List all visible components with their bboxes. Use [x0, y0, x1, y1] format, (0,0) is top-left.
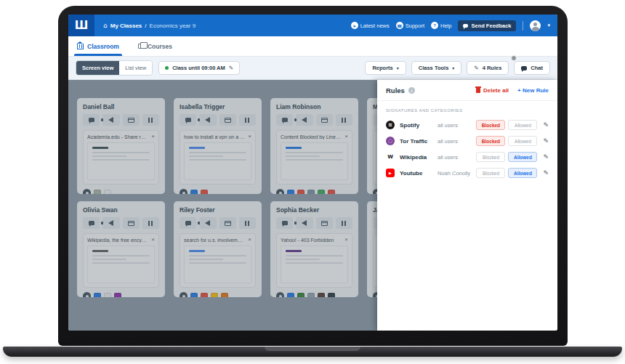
wikipedia-icon: W [386, 153, 395, 161]
help-link[interactable]: ? Help [431, 22, 451, 29]
blocked-toggle[interactable]: Blocked [476, 136, 505, 146]
top-navbar: Ш ⌂ My Classes / Economics year 9 ➤ Late… [68, 15, 557, 36]
spotify-icon: ≋ [386, 121, 395, 129]
logo-glyph: Ш [75, 19, 89, 32]
rule-row-spotify: ≋ Spotify all users Blocked Allowed ✎ [377, 117, 557, 133]
tor-icon: ○ [386, 137, 395, 145]
rule-scope: all users [438, 122, 476, 129]
rules-edit-icon: ✎ [474, 65, 478, 71]
delete-all-label: Delete all [483, 87, 509, 94]
rule-name: Youtube [400, 170, 438, 177]
send-feedback-label: Send Feedback [471, 23, 511, 29]
chat-label: Chat [531, 65, 543, 71]
breadcrumb: ⌂ My Classes / Economics year 9 [103, 22, 195, 29]
class-tools-label: Class Tools [419, 65, 449, 71]
latest-news-icon: ➤ [351, 22, 358, 29]
youtube-icon: ▶ [386, 169, 395, 177]
allowed-toggle[interactable]: Allowed [508, 136, 537, 146]
breadcrumb-my-classes[interactable]: My Classes [110, 23, 142, 29]
allowed-toggle[interactable]: Allowed [508, 168, 537, 178]
class-toolbar: Screen view List view Class until 09:00 … [68, 57, 557, 80]
app-screen: Ш ⌂ My Classes / Economics year 9 ➤ Late… [68, 15, 557, 331]
rule-row-wikipedia: W Wikipedia all users Blocked Allowed ✎ [377, 149, 557, 165]
rule-row-youtube: ▶ Youtube Noah Conolly Blocked Allowed ✎ [377, 165, 557, 181]
breadcrumb-current-class: Economics year 9 [150, 23, 196, 29]
rules-count-label: 4 Rules [483, 65, 502, 71]
tab-classroom-label: Classroom [87, 43, 119, 50]
rules-actions: Delete all + New Rule [476, 87, 549, 94]
edit-rule-icon[interactable]: ✎ [543, 121, 549, 129]
breadcrumb-separator: / [145, 23, 146, 29]
class-timer-edit-icon[interactable]: ✎ [229, 65, 233, 71]
edit-rule-icon[interactable]: ✎ [543, 137, 549, 145]
rules-section-label: SIGNATURES AND CATEGORIES [377, 101, 557, 117]
class-active-dot [165, 66, 169, 70]
latest-news-label: Latest news [360, 23, 390, 29]
nav-divider [523, 21, 523, 31]
rule-scope: all users [438, 154, 476, 161]
edit-rule-icon[interactable]: ✎ [543, 153, 549, 161]
blocked-toggle[interactable]: Blocked [476, 168, 505, 178]
edit-rule-icon[interactable]: ✎ [543, 169, 549, 177]
rules-title: Rules [386, 86, 405, 94]
tab-courses-label: Courses [148, 43, 172, 50]
class-tools-caret-icon: ▾ [452, 65, 454, 70]
rule-row-tor-traffic: ○ Tor Traffic all users Blocked Allowed … [377, 133, 557, 149]
user-menu-caret-icon[interactable]: ▾ [547, 23, 550, 28]
rule-scope: all users [438, 138, 476, 145]
rule-scope: Noah Conolly [438, 170, 476, 177]
support-icon: ☎ [396, 22, 403, 29]
info-icon[interactable]: i [408, 87, 415, 94]
screen-view-label: Screen view [82, 65, 113, 71]
reports-dropdown[interactable]: Reports ▾ [365, 61, 406, 75]
blocked-toggle[interactable]: Blocked [476, 120, 505, 130]
linewize-logo[interactable]: Ш [68, 15, 94, 36]
home-icon[interactable]: ⌂ [103, 22, 108, 29]
support-link[interactable]: ☎ Support [396, 22, 424, 29]
class-timer-button[interactable]: Class until 09:00 AM ✎ [158, 61, 240, 75]
new-rule-button[interactable]: + New Rule [517, 87, 549, 94]
help-icon: ? [431, 22, 438, 29]
allowed-toggle[interactable]: Allowed [508, 120, 537, 130]
allowed-toggle[interactable]: Allowed [508, 152, 537, 162]
courses-icon [138, 44, 144, 49]
page-tabbar: Classroom Courses [68, 36, 557, 57]
class-tools-dropdown[interactable]: Class Tools ▾ [411, 61, 462, 75]
laptop-notch [265, 347, 360, 351]
classroom-icon [77, 44, 84, 49]
chat-button[interactable]: Chat [514, 61, 550, 75]
blocked-toggle[interactable]: Blocked [476, 152, 505, 162]
toolbar-right-group: Reports ▾ Class Tools ▾ ✎ 4 Rules Chat [365, 61, 550, 75]
trash-icon [476, 88, 480, 93]
send-feedback-button[interactable]: Send Feedback [458, 20, 516, 31]
chat-icon [521, 66, 527, 70]
class-timer-label: Class until 09:00 AM [172, 65, 225, 71]
delete-all-button[interactable]: Delete all [476, 87, 509, 94]
rules-panel: Rules i Delete all + New Rule SIGNATURES… [377, 80, 557, 331]
reports-caret-icon: ▾ [397, 65, 399, 70]
laptop-frame: Ш ⌂ My Classes / Economics year 9 ➤ Late… [58, 6, 568, 346]
help-label: Help [440, 23, 451, 29]
user-avatar[interactable] [530, 20, 541, 31]
nav-right-group: ➤ Latest news ☎ Support ? Help Send Feed… [351, 20, 557, 31]
rule-name: Spotify [400, 122, 438, 129]
screen-view-button[interactable]: Screen view [76, 61, 119, 75]
rule-name: Wikipedia [400, 154, 438, 161]
list-view-label: List view [125, 65, 146, 71]
laptop-base [3, 347, 622, 357]
view-toggle: Screen view List view [76, 60, 153, 76]
tab-courses[interactable]: Courses [138, 36, 172, 56]
chat-notification-dot [511, 55, 517, 61]
rules-button[interactable]: ✎ 4 Rules [467, 61, 509, 75]
latest-news-link[interactable]: ➤ Latest news [351, 22, 390, 29]
main-area: Daniel Ball Academia.edu - Share resea..… [68, 80, 557, 331]
tab-classroom[interactable]: Classroom [77, 36, 119, 56]
list-view-button[interactable]: List view [119, 61, 152, 75]
feedback-bubble-icon [463, 24, 468, 28]
rules-panel-header: Rules i Delete all + New Rule [377, 80, 557, 101]
rule-name: Tor Traffic [400, 138, 438, 145]
reports-label: Reports [372, 65, 392, 71]
support-label: Support [406, 23, 424, 29]
